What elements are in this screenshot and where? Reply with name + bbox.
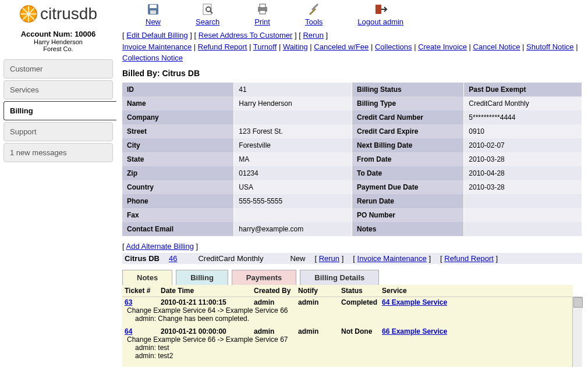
next-billing-value: 2010-02-07	[464, 138, 582, 152]
scrollbar-thumb[interactable]	[573, 297, 583, 308]
canceled-wfee-link[interactable]: Canceled w/Fee	[314, 42, 369, 51]
svg-rect-2	[150, 5, 157, 8]
toolbar-search-link[interactable]: Search	[196, 17, 219, 26]
id-label: ID	[122, 83, 234, 97]
account-number: Account Num: 10006	[0, 30, 116, 38]
ticket-id-link[interactable]: 63	[125, 298, 132, 306]
rerun-date-label: Rerun Date	[352, 194, 463, 208]
zip-label: Zip	[122, 166, 234, 180]
alternate-billing-row: Citrus DB 46 CreditCard Monthly New [ Re…	[122, 253, 582, 264]
phone-value: 555-555-5555	[234, 194, 352, 208]
past-due-label: Past Due Exempt	[464, 83, 582, 97]
tab-notes[interactable]: Notes	[122, 270, 172, 285]
invoice-maintenance-link[interactable]: Invoice Maintenance	[122, 42, 192, 51]
alt-rerun-link[interactable]: Rerun	[319, 254, 339, 263]
ticket-id-link[interactable]: 64	[125, 327, 132, 335]
phone-label: Phone	[122, 194, 234, 208]
tab-billing-details[interactable]: Billing Details	[300, 270, 379, 285]
ticket-service-link[interactable]: 64 Example Service	[382, 298, 447, 306]
toolbar-logout[interactable]: Logout admin	[357, 2, 403, 26]
country-value: USA	[234, 180, 352, 194]
search-icon	[201, 2, 215, 16]
th-datetime: Date Time	[161, 287, 254, 295]
waiting-link[interactable]: Waiting	[283, 42, 308, 51]
billing-details-table: ID 41 Billing Status Past Due Exempt Nam…	[122, 83, 582, 236]
nav-customer[interactable]: Customer	[3, 59, 113, 78]
turnoff-link[interactable]: Turnoff	[253, 42, 277, 51]
th-status: Status	[341, 287, 382, 295]
logo: citrusdb	[0, 5, 116, 25]
to-date-label: To Date	[352, 166, 463, 180]
ticket-created-by: admin	[254, 327, 298, 335]
toolbar-search[interactable]: Search	[196, 2, 219, 26]
ticket-subnote: admin: test2	[127, 352, 570, 360]
id-value: 41	[234, 83, 352, 97]
nav-billing[interactable]: Billing	[3, 101, 116, 120]
svg-rect-4	[203, 4, 211, 15]
tab-payments[interactable]: Payments	[232, 270, 296, 285]
rerun-date-value	[464, 194, 582, 208]
nav-services[interactable]: Services	[3, 80, 113, 99]
state-value: MA	[234, 152, 352, 166]
payment-due-label: Payment Due Date	[352, 180, 463, 194]
svg-rect-8	[260, 4, 265, 8]
toolbar-print[interactable]: Print	[254, 2, 270, 26]
state-label: State	[122, 152, 234, 166]
detail-tabs: Notes Billing Payments Billing Details	[122, 270, 582, 285]
company-value	[234, 110, 352, 124]
logo-text: citrusdb	[40, 5, 97, 23]
fax-label: Fax	[122, 208, 234, 222]
reset-address-link[interactable]: Reset Address To Customer	[199, 31, 293, 40]
rerun-link[interactable]: Rerun	[303, 31, 323, 40]
ticket-datetime: 2010-01-21 00:00:00	[161, 327, 254, 335]
notes-value	[464, 222, 582, 236]
save-icon	[146, 2, 160, 16]
tab-billing[interactable]: Billing	[176, 270, 228, 285]
email-value: harry@example.com	[234, 222, 352, 236]
from-date-label: From Date	[352, 152, 463, 166]
nav-messages[interactable]: 1 new messages	[3, 143, 113, 162]
ticket-notify: admin	[298, 327, 341, 335]
next-billing-label: Next Billing Date	[352, 138, 463, 152]
ticket-status: Completed	[341, 298, 382, 306]
logout-icon	[374, 2, 388, 16]
collections-link[interactable]: Collections	[375, 42, 412, 51]
add-alternate-billing-link[interactable]: Add Alternate Billing	[126, 242, 194, 251]
alt-refund-report-link[interactable]: Refund Report	[444, 254, 494, 263]
notes-label: Notes	[352, 222, 463, 236]
th-ticket: Ticket #	[125, 287, 161, 295]
billing-type-value: CreditCard Monthly	[464, 97, 582, 110]
edit-default-billing-link[interactable]: Edit Default Billing	[126, 31, 188, 40]
street-label: Street	[122, 124, 234, 138]
cancel-notice-link[interactable]: Cancel Notice	[473, 42, 520, 51]
account-name: Harry Henderson	[0, 38, 116, 45]
ticket-body: Change Example Service 64 -> Example Ser…	[122, 306, 572, 326]
alt-id-link[interactable]: 46	[169, 254, 177, 263]
account-info: Account Num: 10006 Harry Henderson Fores…	[0, 30, 116, 52]
toolbar-new-link[interactable]: New	[146, 17, 161, 26]
nav-support[interactable]: Support	[3, 122, 113, 141]
scrollbar[interactable]	[572, 297, 582, 367]
refund-report-link[interactable]: Refund Report	[198, 42, 247, 51]
cc-exp-label: Credit Card Expire	[352, 124, 463, 138]
cc-num-value: 5**********4444	[464, 110, 582, 124]
toolbar-logout-link[interactable]: Logout admin	[357, 17, 403, 26]
svg-rect-10	[376, 5, 381, 14]
action-links: [ Edit Default Billing ] [ Reset Address…	[122, 30, 582, 64]
alt-type: CreditCard Monthly	[198, 254, 263, 263]
tools-icon	[307, 2, 321, 16]
th-service: Service	[382, 287, 571, 295]
toolbar-tools[interactable]: Tools	[305, 2, 323, 26]
toolbar-print-link[interactable]: Print	[254, 17, 270, 26]
print-icon	[256, 2, 270, 16]
create-invoice-link[interactable]: Create Invoice	[418, 42, 467, 51]
company-label: Company	[122, 110, 234, 124]
th-created-by: Created By	[254, 287, 298, 295]
ticket-service-link[interactable]: 66 Example Service	[382, 327, 447, 335]
toolbar-new[interactable]: New	[146, 2, 161, 26]
collections-notice-link[interactable]: Collections Notice	[122, 53, 183, 62]
alt-invoice-maint-link[interactable]: Invoice Maintenance	[357, 254, 427, 263]
shutoff-notice-link[interactable]: Shutoff Notice	[526, 42, 573, 51]
svg-rect-3	[150, 10, 156, 14]
toolbar-tools-link[interactable]: Tools	[305, 17, 323, 26]
